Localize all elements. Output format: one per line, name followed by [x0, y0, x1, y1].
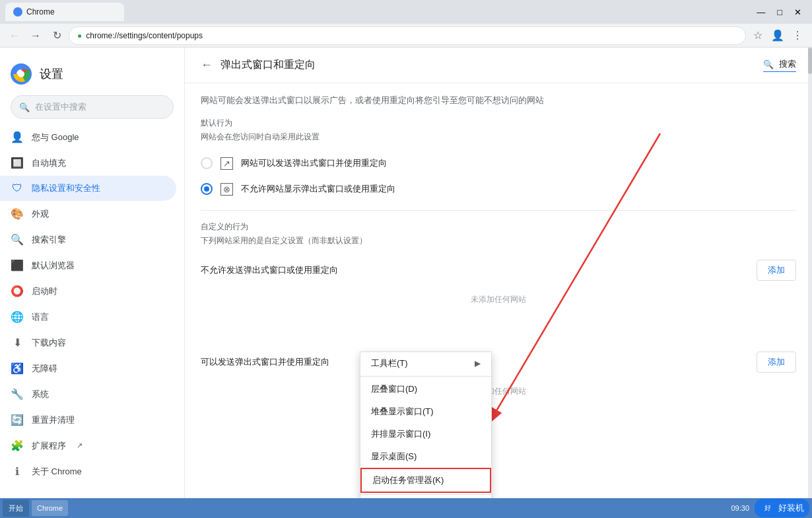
sidebar-search[interactable]: 🔍 在设置中搜索 — [11, 95, 174, 119]
allowed-label: 可以发送弹出式窗口并使用重定向 — [201, 356, 329, 368]
sidebar-item-autofill[interactable]: 🔲 自动填充 — [0, 150, 176, 176]
active-tab[interactable]: Chrome — [5, 3, 124, 21]
tab-favicon — [13, 7, 22, 17]
sidebar-item-downloads[interactable]: ⬇ 下载内容 — [0, 330, 176, 355]
toolbar-icons: ☆ 👤 ⋮ — [749, 26, 807, 45]
content-search[interactable]: 🔍 搜索 — [763, 58, 796, 72]
sidebyside-label: 并排显示窗口(I) — [371, 428, 430, 440]
option2-icon: ⊗ — [220, 183, 233, 196]
sidebar-label-google: 您与 Google — [32, 131, 79, 143]
sidebar-item-reset[interactable]: 🔄 重置并清理 — [0, 407, 176, 433]
add-allowed-button[interactable]: 添加 — [757, 352, 796, 373]
profile-button[interactable]: 👤 — [768, 26, 787, 45]
minimize-icon[interactable]: — — [751, 7, 770, 17]
desktop-label: 显示桌面(S) — [371, 451, 417, 462]
divider1 — [201, 210, 796, 211]
cascade-label: 层叠窗口(D) — [371, 383, 417, 395]
content-header: ← 弹出式窗口和重定向 🔍 搜索 — [185, 48, 812, 83]
context-menu-toolbar[interactable]: 工具栏(T) ▶ — [360, 352, 491, 375]
close-icon[interactable]: ✕ — [789, 7, 807, 17]
svg-point-2 — [18, 71, 24, 77]
option1-icon: ↗ — [220, 157, 233, 170]
default-behavior-label: 默认行为 — [201, 118, 796, 129]
radio1-circle[interactable] — [201, 157, 213, 169]
content-title: 弹出式窗口和重定向 — [220, 58, 316, 72]
browser-content: 设置 🔍 在设置中搜索 👤 您与 Google 🔲 自动填充 🛡 隐私设置和安全… — [0, 48, 812, 498]
language-icon: 🌐 — [11, 311, 24, 323]
allowed-empty-text: 未添加任何网站 — [201, 378, 796, 405]
brand-label: 好装机 — [778, 502, 804, 514]
context-menu-divider1 — [360, 376, 491, 377]
context-menu-stack[interactable]: 堆叠显示窗口(T) — [360, 400, 491, 423]
sidebar-label-accessibility: 无障碍 — [32, 363, 57, 375]
option2-text: 不允许网站显示弹出式窗口或使用重定向 — [241, 183, 395, 195]
refresh-button[interactable]: ↻ — [48, 26, 66, 45]
chrome-logo-icon — [11, 63, 32, 85]
lock-icon: ● — [77, 31, 82, 40]
content-header-left: ← 弹出式窗口和重定向 — [201, 58, 316, 72]
taskbar-start-button[interactable]: 开始 — [3, 500, 29, 517]
startup-icon: ⭕ — [11, 285, 24, 297]
maximize-icon[interactable]: □ — [772, 7, 788, 17]
sidebar-item-system[interactable]: 🔧 系统 — [0, 381, 176, 407]
sidebar-item-language[interactable]: 🌐 语言 — [0, 304, 176, 330]
address-bar[interactable]: ● chrome://settings/content/popups — [69, 26, 746, 45]
sidebar-label-language: 语言 — [32, 311, 49, 323]
custom-label: 自定义的行为 — [201, 221, 796, 233]
scrollbar-track[interactable] — [808, 48, 812, 498]
appearance-icon: 🎨 — [11, 207, 24, 220]
taskbar-right: 09:30 好 好装机 — [731, 499, 809, 517]
sidebar-item-accessibility[interactable]: ♿ 无障碍 — [0, 355, 176, 381]
taskbar-chrome-label: Chrome — [37, 504, 63, 512]
default-behavior-subtitle: 网站会在您访问时自动采用此设置 — [201, 131, 796, 143]
sidebar-search-placeholder: 在设置中搜索 — [35, 101, 86, 113]
context-menu-desktop[interactable]: 显示桌面(S) — [360, 445, 491, 468]
autofill-icon: 🔲 — [11, 157, 24, 169]
radio2-circle[interactable] — [201, 183, 213, 195]
blocked-label: 不允许发送弹出式窗口或使用重定向 — [201, 264, 338, 276]
blocked-empty-text: 未添加任何网站 — [201, 286, 796, 313]
stack-label: 堆叠显示窗口(T) — [371, 406, 434, 418]
back-button[interactable]: ← — [5, 26, 24, 45]
sidebar-item-appearance[interactable]: 🎨 外观 — [0, 201, 176, 227]
sidebar-label-system: 系统 — [32, 388, 49, 400]
add-blocked-button[interactable]: 添加 — [757, 260, 796, 281]
browser-navbar: ← → ↻ ● chrome://settings/content/popups… — [0, 24, 812, 48]
forward-button[interactable]: → — [26, 26, 45, 45]
brand-logo-text: 好 — [764, 503, 771, 513]
start-label: 开始 — [9, 503, 23, 513]
sidebar-item-startup[interactable]: ⭕ 启动时 — [0, 278, 176, 304]
option1-radio[interactable]: ↗ 网站可以发送弹出式窗口并使用重定向 — [201, 151, 796, 176]
external-link-icon: ↗ — [77, 441, 83, 450]
more-button[interactable]: ⋮ — [788, 26, 807, 45]
back-button[interactable]: ← — [201, 58, 213, 72]
content-body: 网站可能会发送弹出式窗口以展示广告，或者使用重定向将您引导至您可能不想访问的网站… — [185, 83, 812, 416]
context-menu-sidebyside[interactable]: 并排显示窗口(I) — [360, 423, 491, 445]
taskbar: 开始 Chrome 09:30 好 好装机 — [0, 498, 812, 518]
scrollbar-thumb[interactable] — [808, 48, 812, 74]
blocked-row: 不允许发送弹出式窗口或使用重定向 添加 — [201, 254, 796, 286]
taskbar-chrome-item[interactable]: Chrome — [32, 500, 68, 516]
sidebar-item-google[interactable]: 👤 您与 Google — [0, 124, 176, 150]
context-menu-cascade[interactable]: 层叠窗口(D) — [360, 378, 491, 400]
sidebar-header: 设置 — [0, 58, 184, 95]
description-text: 网站可能会发送弹出式窗口以展示广告，或者使用重定向将您引导至您可能不想访问的网站 — [201, 94, 796, 107]
content-search-icon: 🔍 — [763, 59, 774, 69]
bookmark-button[interactable]: ☆ — [749, 26, 767, 45]
taskbar-time: 09:30 — [731, 504, 749, 512]
sidebar-item-browser[interactable]: ⬛ 默认浏览器 — [0, 252, 176, 278]
sidebar-label-reset: 重置并清理 — [32, 414, 75, 426]
context-menu-taskmanager[interactable]: 启动任务管理器(K) — [360, 468, 491, 493]
submenu-arrow-icon: ▶ — [475, 359, 481, 368]
option2-radio[interactable]: ⊗ 不允许网站显示弹出式窗口或使用重定向 — [201, 176, 796, 202]
sidebar-item-privacy[interactable]: 🛡 隐私设置和安全性 — [0, 176, 176, 201]
sidebar-item-search[interactable]: 🔍 搜索引擎 — [0, 227, 176, 252]
context-menu-locktaskbar[interactable]: ✓ 锁定任务栏(L) — [360, 496, 491, 498]
window-controls: — □ ✕ — [751, 7, 807, 17]
sidebar-item-extensions[interactable]: 🧩 扩展程序 ↗ — [0, 433, 176, 459]
reset-icon: 🔄 — [11, 414, 24, 426]
tab-label: Chrome — [26, 7, 55, 17]
sidebar-item-about[interactable]: ℹ 关于 Chrome — [0, 459, 176, 484]
sidebar-label-downloads: 下载内容 — [32, 337, 66, 349]
sidebar-label-appearance: 外观 — [32, 208, 49, 220]
